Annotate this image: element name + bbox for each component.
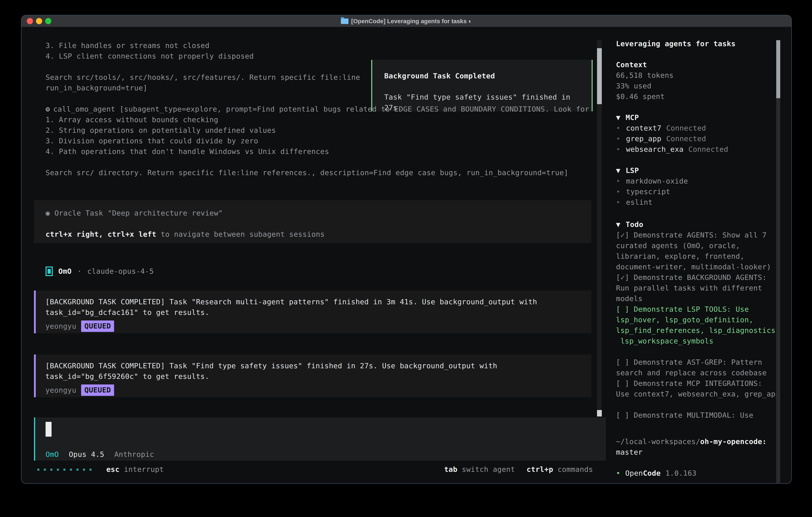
tab-key-label: tab xyxy=(444,464,458,474)
collapse-triangle-icon: ▼ xyxy=(616,165,620,176)
mcp-item: •context7Connected xyxy=(616,123,792,133)
bullet-icon: • xyxy=(616,186,621,197)
lsp-section-header[interactable]: ▼LSP xyxy=(616,165,792,176)
oracle-task-box: ◉ Oracle Task "Deep architecture review"… xyxy=(34,200,591,243)
agent-name: OmO xyxy=(58,266,72,276)
mcp-item: •websearch_exaConnected xyxy=(616,144,792,155)
version-line: • OpenCode 1.0.163 xyxy=(616,468,792,479)
switch-agent-hint: tabswitch agent xyxy=(444,464,515,474)
lsp-heading: LSP xyxy=(626,165,639,176)
lsp-item-name: typescript xyxy=(626,186,670,197)
lsp-item-name: eslint xyxy=(626,197,652,208)
message-block: [BACKGROUND TASK COMPLETED] Task "Find t… xyxy=(34,354,591,397)
statusbar-left: ▪▪▪▪▪▪▪▪▪ escinterrupt xyxy=(37,464,164,474)
mcp-item-status: Connected xyxy=(688,144,728,155)
maximize-window-button[interactable] xyxy=(45,18,51,24)
lsp-item: •markdown-oxide xyxy=(616,176,792,186)
oracle-task-line: ◉ Oracle Task "Deep architecture review" xyxy=(46,208,591,218)
todo-item-active: [ ] Demonstrate LSP TOOLS: Use lsp_hover… xyxy=(616,304,792,346)
minimize-window-button[interactable] xyxy=(36,18,42,24)
main-scrollbar-thumb[interactable] xyxy=(597,48,602,104)
oracle-hint-line: ctrl+x right, ctrl+x left to navigate be… xyxy=(46,229,591,240)
todo-heading: Todo xyxy=(626,219,643,230)
esc-key-label: esc xyxy=(106,464,120,474)
lsp-item-name: markdown-oxide xyxy=(626,176,688,186)
sidebar-scrollbar-track[interactable] xyxy=(776,40,780,483)
bullet-icon: • xyxy=(616,123,621,133)
commands-label: commands xyxy=(558,464,593,474)
interrupt-label: interrupt xyxy=(124,464,164,474)
traffic-lights xyxy=(27,18,51,24)
message-block: [BACKGROUND TASK COMPLETED] Task "Resear… xyxy=(34,291,591,333)
bullet-icon: • xyxy=(616,197,621,208)
agent-model: claude-opus-4-5 xyxy=(87,266,154,276)
workspace-repo: oh-my-opencode: xyxy=(700,437,766,446)
tool-call-line: ⚙call_omo_agent [subagent_type=explore, … xyxy=(46,104,597,114)
app-name: OpenCode xyxy=(625,468,661,479)
oracle-dot-icon: ◉ xyxy=(46,209,50,217)
message-author: yeongyu xyxy=(46,321,76,331)
lsp-item: •eslint xyxy=(616,197,792,208)
sidebar-session-title: Leveraging agents for tasks xyxy=(616,38,792,49)
status-badge: QUEUED xyxy=(81,384,114,396)
todo-item-done: [✓] Demonstrate AGENTS: Show all 7 curat… xyxy=(616,230,792,272)
mcp-item-name: websearch_exa xyxy=(626,144,684,155)
todo-item-pending: [ ] Demonstrate MCP INTEGRATIONS: Use co… xyxy=(616,378,792,399)
context-heading: Context xyxy=(616,59,792,70)
switch-agent-label: switch agent xyxy=(462,464,515,474)
message-line2: task_id="bg_6f59260c" to get results. xyxy=(46,371,591,382)
context-tokens: 66,518 tokens xyxy=(616,70,792,81)
status-badge: QUEUED xyxy=(81,321,114,332)
activity-dots-icon: ▪▪▪▪▪▪▪▪▪ xyxy=(37,464,95,474)
input-agent-name[interactable]: OmO xyxy=(46,449,59,460)
workspace-path-prefix: ~/local-workspaces/ xyxy=(616,437,700,446)
input-model-name[interactable]: Opus 4.5 xyxy=(69,449,104,460)
bullet-icon: • xyxy=(616,144,621,155)
mcp-item-status: Connected xyxy=(666,133,706,144)
window-title-text: [OpenCode] Leveraging agents for tasks ◐ xyxy=(351,18,472,25)
mcp-item-status: Connected xyxy=(666,123,706,133)
oracle-hint-text: to navigate between subagent sessions xyxy=(156,230,325,238)
context-used: 33% used xyxy=(616,81,792,91)
terminal-content: 3. File handles or streams not closed 4.… xyxy=(22,27,791,483)
context-spent: $0.46 spent xyxy=(616,91,792,102)
agent-session-line[interactable]: OmO · claude-opus-4-5 xyxy=(46,266,154,276)
main-scrollbar-track[interactable] xyxy=(597,40,602,417)
message-line1: [BACKGROUND TASK COMPLETED] Task "Find t… xyxy=(46,360,591,371)
oracle-hint-keys: ctrl+x right, ctrl+x left xyxy=(46,230,156,238)
collapse-triangle-icon: ▼ xyxy=(616,219,620,230)
title-bar[interactable]: [OpenCode] Leveraging agents for tasks ◐ xyxy=(22,16,791,27)
mcp-item-name: grep_app xyxy=(626,133,661,144)
todo-item-pending: [ ] Demonstrate AST-GREP: Pattern search… xyxy=(616,357,792,378)
todo-item-pending: [ ] Demonstrate MULTIMODAL: Use xyxy=(616,410,792,420)
toast-title: Background Task Completed xyxy=(384,71,591,81)
statusbar-right: tabswitch agent ctrl+pcommands xyxy=(444,464,593,474)
bullet-icon: • xyxy=(616,468,620,479)
workspace-branch: master xyxy=(616,447,792,457)
message-author: yeongyu xyxy=(46,385,76,396)
agent-separator: · xyxy=(77,266,82,276)
gear-icon: ⚙ xyxy=(46,105,50,113)
mcp-section-header[interactable]: ▼MCP xyxy=(616,112,792,123)
sidebar-scrollbar-thumb[interactable] xyxy=(776,40,780,98)
mcp-heading: MCP xyxy=(626,112,639,123)
bullet-icon: • xyxy=(616,176,621,186)
text-cursor xyxy=(46,422,52,437)
prompt-input[interactable]: OmO Opus 4.5 Anthropic xyxy=(34,417,606,461)
folder-icon xyxy=(341,19,348,24)
close-window-button[interactable] xyxy=(27,18,33,24)
commands-hint: ctrl+pcommands xyxy=(527,464,593,474)
message-line1: [BACKGROUND TASK COMPLETED] Task "Resear… xyxy=(46,297,591,307)
session-sidebar: Leveraging agents for tasks Context 66,5… xyxy=(616,27,792,483)
window-title: [OpenCode] Leveraging agents for tasks ◐ xyxy=(341,18,472,25)
mcp-item: •grep_appConnected xyxy=(616,133,792,144)
lsp-item: •typescript xyxy=(616,186,792,197)
bullet-icon: • xyxy=(616,133,621,144)
oracle-task-text: Oracle Task "Deep architecture review" xyxy=(54,209,223,217)
scrollback-text-tool: 1. Array access without bounds checking … xyxy=(46,114,597,178)
todo-section-header[interactable]: ▼Todo xyxy=(616,219,792,230)
collapse-triangle-icon: ▼ xyxy=(616,112,620,123)
app-window: [OpenCode] Leveraging agents for tasks ◐… xyxy=(21,15,792,484)
message-line2: task_id="bg_dcfac161" to get results. xyxy=(46,307,591,318)
todo-item-done: [✓] Demonstrate BACKGROUND AGENTS: Run p… xyxy=(616,272,792,304)
